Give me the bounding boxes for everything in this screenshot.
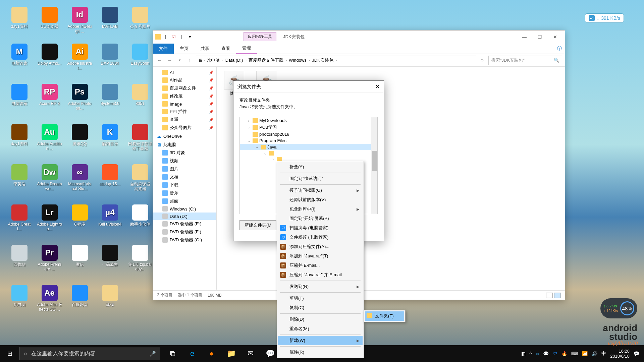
desktop-icon[interactable]: M电脑管家 xyxy=(7,44,32,66)
breadcrumb-segment[interactable]: Windows xyxy=(287,57,308,63)
tray-shield-icon[interactable]: 🛡 xyxy=(553,351,557,356)
sidebar-item[interactable]: 3D 对象 xyxy=(153,149,216,157)
task-uc[interactable]: ● xyxy=(202,345,221,362)
desktop-icon[interactable]: K酷狗音乐 xyxy=(97,124,122,146)
desktop-icon[interactable]: 助手小伙伴 xyxy=(127,204,153,227)
menu-item[interactable]: 固定到"快速访问" xyxy=(278,174,363,183)
sidebar-drive[interactable]: DVD 驱动器 (E:) xyxy=(153,220,216,228)
desktop-icon[interactable]: 此电脑 xyxy=(7,285,32,307)
sidebar-item[interactable]: PPT插件📌 xyxy=(153,108,216,116)
nav-back-button[interactable]: ← xyxy=(156,56,164,64)
menu-item[interactable]: 📦压缩并 E-mail... xyxy=(278,261,363,270)
desktop-icon[interactable]: day1资料 xyxy=(7,7,32,29)
desktop-icon[interactable]: 百度网盘 xyxy=(67,285,92,307)
tray-network-icon[interactable]: 📶 xyxy=(582,351,588,356)
desktop-icon[interactable]: μ4Keil uVision4 xyxy=(97,204,122,227)
tree-item[interactable]: ⌄Program Files xyxy=(240,137,377,144)
menu-item[interactable]: 🛡文件粉碎 (电脑管家) xyxy=(278,233,363,242)
desktop-icon[interactable]: System3.0 xyxy=(97,84,122,106)
desktop-icon[interactable]: stc-isp-15... xyxy=(97,164,122,186)
tray-flame-icon[interactable]: 🔥 xyxy=(561,351,567,356)
sidebar-thispc[interactable]: 🖥此电脑 xyxy=(153,140,216,149)
desktop-icon[interactable]: 公众号图片 xyxy=(127,7,153,29)
sidebar-item[interactable]: 图片 xyxy=(153,165,216,173)
breadcrumb[interactable]: 🖥 › 此电脑›Data (D:)›百度网盘文件下载›Windows›JDK安装… xyxy=(196,56,476,65)
desktop-icon[interactable]: 一品威客 xyxy=(97,245,122,267)
refresh-button[interactable]: ⟳ xyxy=(478,56,486,64)
desktop-icon[interactable]: 第1天 zip.baiduy... xyxy=(127,245,153,272)
sidebar-item[interactable]: 视频 xyxy=(153,157,216,165)
sidebar-item[interactable]: AI作品📌 xyxy=(153,76,216,84)
desktop-icon[interactable]: RPAxure RP 8 xyxy=(37,84,62,106)
qat-dropdown-icon[interactable]: ▾ xyxy=(186,34,193,40)
desktop-icon[interactable]: AiAdobe Illustrat... xyxy=(67,44,92,70)
sidebar-item[interactable]: 下载 xyxy=(153,181,216,189)
sidebar-item[interactable]: Image📌 xyxy=(153,100,216,108)
expand-icon[interactable]: ⌄ xyxy=(263,151,267,156)
ribbon-tab-file[interactable]: 文件 xyxy=(153,44,174,54)
tray-ime-icon[interactable]: 中 xyxy=(601,351,606,357)
breadcrumb-segment[interactable]: 此电脑 xyxy=(205,57,221,64)
menu-item[interactable]: 属性(R) xyxy=(278,348,363,357)
sidebar-item[interactable]: 公众号图片📌 xyxy=(153,124,216,132)
desktop-icon[interactable]: DXP 2004 xyxy=(97,44,122,66)
task-edge[interactable]: e xyxy=(182,345,202,362)
new-folder-button[interactable]: 新建文件夹(M xyxy=(239,220,276,230)
desktop-icon[interactable]: 自动刷课器 浏览器 xyxy=(127,164,153,191)
expand-icon[interactable]: › xyxy=(247,125,251,129)
menu-item[interactable]: 删除(D) xyxy=(278,315,363,324)
tray-up-icon[interactable]: ^ xyxy=(530,351,532,356)
sidebar-item[interactable]: 修改版📌 xyxy=(153,92,216,100)
sidebar-item[interactable]: 查重📌 xyxy=(153,116,216,124)
taskbar-search[interactable]: ○ 在这里输入你要搜索的内容 🎤 xyxy=(19,347,160,360)
desktop-icon[interactable]: C程序 xyxy=(67,204,92,227)
browse-titlebar[interactable]: 浏览文件夹 ✕ xyxy=(233,81,384,93)
tray-icon[interactable]: ◧ xyxy=(521,351,526,356)
desktop-icon[interactable]: ∞Microsoft Visual Stu... xyxy=(67,164,92,191)
sidebar-drive[interactable]: DVD 驱动器 (G:) xyxy=(153,236,216,244)
menu-item[interactable]: 包含到库中(I)▶ xyxy=(278,204,363,214)
tree-item[interactable]: ⌄Java xyxy=(240,144,377,150)
desktop-icon[interactable]: 微信 xyxy=(67,245,92,267)
tree-item[interactable]: ⌄ xyxy=(240,150,377,156)
netspeed-widget[interactable]: ∞ ↓ 391 KB/s xyxy=(585,13,624,23)
titlebar[interactable]: | ☑ | ▾ 应用程序工具 JDK安装包 — ☐ ✕ xyxy=(153,31,565,43)
close-button[interactable]: ✕ xyxy=(547,32,563,42)
desktop-icon[interactable]: MATLAB xyxy=(97,7,122,29)
expand-icon[interactable]: ⌄ xyxy=(247,138,251,143)
menu-item[interactable]: 📦添加到 "Java.rar"(T) xyxy=(278,251,363,261)
sidebar-onedrive[interactable]: ☁OneDrive xyxy=(153,132,216,140)
desktop-icon[interactable]: UC浏览器 xyxy=(37,7,62,29)
tree-item[interactable]: ›MyDownloads xyxy=(240,117,377,124)
task-explorer[interactable]: 📁 xyxy=(221,345,241,362)
qat-check-icon[interactable]: ☑ xyxy=(170,34,177,40)
ribbon-tab-manage[interactable]: 管理 xyxy=(236,43,257,54)
expand-icon[interactable]: › xyxy=(247,119,251,123)
desktop-icon[interactable]: AeAdobe After Effects CC ... xyxy=(37,285,62,312)
desktop-icon[interactable]: 腾讯QQ xyxy=(67,124,92,146)
tree-scrollbar[interactable] xyxy=(371,117,377,214)
desktop-icon[interactable]: 8051 xyxy=(127,84,153,106)
task-view-button[interactable]: ⧉ xyxy=(163,345,182,362)
tray-volume-icon[interactable]: 🔊 xyxy=(592,351,597,356)
nav-forward-button[interactable]: → xyxy=(166,56,174,64)
desktop-icon[interactable]: PsAdobe Photosh... xyxy=(67,84,92,111)
menu-item[interactable]: 📦添加到压缩文件(A)... xyxy=(278,242,363,251)
view-details-button[interactable] xyxy=(546,293,553,298)
tree-item[interactable]: photoshop2018 xyxy=(240,131,377,137)
progress-widget[interactable]: ↑ 3.2K/s ↓ 124K/s 48% xyxy=(600,298,637,318)
desktop-icon[interactable]: Dolby Atmo... xyxy=(37,44,62,66)
tray-cloud-icon[interactable]: ∞ xyxy=(536,351,539,356)
maximize-button[interactable]: ☐ xyxy=(532,32,547,42)
sidebar-drive[interactable]: Data (D:) xyxy=(153,213,216,220)
desktop-icon[interactable]: EasyConn xyxy=(127,44,153,66)
taskbar-clock[interactable]: 16:28 2018/6/18 xyxy=(610,349,630,359)
desktop-icon[interactable]: PrAdobe Premiere ... xyxy=(37,245,62,272)
tree-item[interactable]: ›PCB学习 xyxy=(240,124,377,131)
sidebar-drive[interactable]: DVD 驱动器 (F:) xyxy=(153,228,216,236)
sidebar-item[interactable]: 百度网盘文件📌 xyxy=(153,84,216,92)
breadcrumb-segment[interactable]: 百度网盘文件下载 xyxy=(247,57,285,64)
menu-item[interactable]: 重命名(M) xyxy=(278,324,363,334)
desktop-icon[interactable]: 网易云课堂课程下载器 xyxy=(127,124,153,151)
menu-item[interactable]: 新建(W)▶ xyxy=(278,336,363,345)
